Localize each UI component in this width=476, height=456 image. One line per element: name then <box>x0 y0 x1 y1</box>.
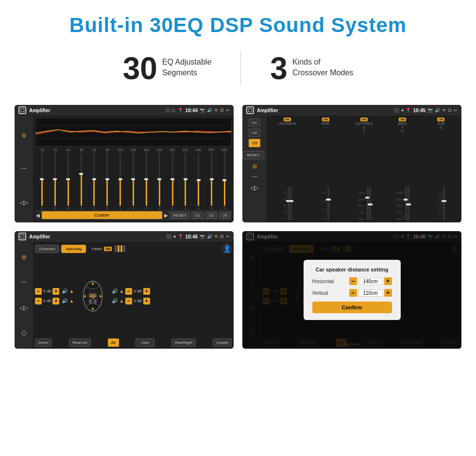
vertical-plus[interactable]: + <box>384 289 392 297</box>
freq-500: 500 <box>205 148 218 152</box>
vol-bl-minus[interactable]: − <box>35 298 42 304</box>
vol-icon-2: 🔊 <box>435 108 440 113</box>
cutfreq-label: CUT FREQ <box>356 122 373 125</box>
back-icon-2[interactable]: ↩ <box>454 108 458 113</box>
vol-icon-dsp[interactable]: ◁▷ <box>250 185 259 191</box>
window-icon-3[interactable]: ⊡ <box>220 234 224 239</box>
dsp-left-panel: U1 U2 U3 RESET ⚙ 〰 ◁▷ <box>242 116 267 222</box>
back-icon-3[interactable]: ↩ <box>226 234 230 239</box>
u1-preset[interactable]: U1 <box>249 118 260 127</box>
cutfreq-on[interactable]: ON <box>360 118 368 121</box>
user-btn[interactable]: User <box>136 338 154 347</box>
slider-1[interactable]: 0 <box>36 152 48 210</box>
slider-2[interactable]: 0 <box>49 152 61 210</box>
vertical-value: 110cm <box>358 289 383 297</box>
spec-wave-icon[interactable]: 〰 <box>21 279 27 286</box>
vol-br-minus[interactable]: − <box>125 298 132 304</box>
vol-tr: 🔊 ▲ − 0 dB + <box>112 288 150 295</box>
svg-marker-15 <box>84 295 86 297</box>
close-icon-3[interactable]: ✕ <box>214 234 218 239</box>
page-title: Built-in 30EQ DSP Sound System <box>10 14 466 37</box>
phat-on[interactable]: ON <box>322 118 329 121</box>
wave-icon-2[interactable]: 〰 <box>252 174 257 181</box>
slider-7[interactable]: 0 <box>114 152 126 210</box>
driver-btn[interactable]: Driver <box>35 338 52 347</box>
home-icon-3[interactable] <box>18 233 26 240</box>
prev-icon[interactable]: ◀ <box>36 213 40 218</box>
slider-9[interactable]: 0 <box>140 152 153 210</box>
copilot-btn[interactable]: Copilot <box>213 338 232 347</box>
rearleft-btn[interactable]: RearLeft <box>69 338 91 347</box>
reset-btn-2[interactable]: RESET <box>242 151 264 159</box>
crossover-number: 3 <box>270 53 288 84</box>
vol-tr-minus[interactable]: − <box>125 288 132 295</box>
horizontal-minus[interactable]: − <box>349 277 357 285</box>
vol-tr-plus[interactable]: + <box>143 288 150 295</box>
spec-bt-icon[interactable]: ⬡ <box>21 330 26 337</box>
close-icon-2[interactable]: ✕ <box>442 108 446 113</box>
slider-12[interactable]: 0 <box>179 152 191 210</box>
next-icon[interactable]: ▶ <box>164 213 168 218</box>
home-icon-1[interactable] <box>18 106 26 114</box>
spec-vol-icon[interactable]: ◁▷ <box>19 304 28 311</box>
slider-14[interactable]: 0 <box>205 152 218 210</box>
common-btn[interactable]: Common <box>35 245 59 253</box>
arrow-br: ▲ <box>119 298 124 304</box>
rearright-btn[interactable]: RearRight <box>171 338 196 347</box>
vol-tl-minus[interactable]: − <box>35 288 42 295</box>
slider-11[interactable]: 0 <box>167 152 179 210</box>
spec-sidebar: ⚙ 〰 ◁▷ ⬡ <box>15 242 33 349</box>
arrow-tl: ▲ <box>69 288 74 294</box>
slider-6[interactable]: 0 <box>101 152 113 210</box>
header: Built-in 30EQ DSP Sound System <box>0 0 476 42</box>
all-btn[interactable]: All <box>108 338 119 347</box>
slider-15[interactable]: -1 <box>219 152 231 210</box>
eq-vol-icon[interactable]: ◁▷ <box>19 199 28 206</box>
u1-btn-1[interactable]: U1 <box>191 212 203 219</box>
vol-bl-plus[interactable]: + <box>52 298 59 304</box>
eq-tune-icon[interactable]: ⚙ <box>21 132 27 139</box>
back-icon-1[interactable]: ↩ <box>226 108 230 113</box>
slider-8[interactable]: 0 <box>127 152 139 210</box>
confirm-button[interactable]: Confirm <box>312 302 392 313</box>
bass-on[interactable]: ON <box>399 118 406 121</box>
close-icon-1[interactable]: ✕ <box>214 108 218 113</box>
slider-3[interactable]: 0 <box>62 152 74 210</box>
status-icons-1: ⬛ ▷ 📍 10:44 📷 🔊 ✕ ⊡ ↩ <box>165 108 230 113</box>
slider-4[interactable]: 5 <box>75 152 87 210</box>
freq-125: 125 <box>127 148 140 152</box>
vertical-minus[interactable]: − <box>349 289 357 297</box>
dot-icon-3: ● <box>173 234 176 239</box>
custom-preset[interactable]: Custom <box>42 211 162 219</box>
eq-wave-icon[interactable]: 〰 <box>21 166 27 172</box>
reset-btn-1[interactable]: RESET <box>170 212 190 219</box>
spec-tune-icon[interactable]: ⚙ <box>21 254 27 261</box>
profile-icon-3[interactable]: 👤 <box>222 244 232 253</box>
dsp-body-2: U1 U2 U3 RESET ⚙ 〰 ◁▷ ON LOUDNESS <box>242 116 461 222</box>
tune-icon-2[interactable]: ⚙ <box>252 163 257 170</box>
vol-icon-1: 🔊 <box>207 108 212 113</box>
window-icon-2[interactable]: ⊡ <box>448 108 452 113</box>
specialty-btn[interactable]: Specialty <box>61 245 85 253</box>
eq-body-1: ⚙ 〰 ◁▷ <box>15 116 234 222</box>
u2-preset[interactable]: U2 <box>249 129 260 137</box>
u3-btn-1[interactable]: U3 <box>219 212 231 219</box>
sub-on[interactable]: ON <box>437 118 444 121</box>
vol-br-plus[interactable]: + <box>143 298 150 304</box>
vol-icon-3: 🔊 <box>207 234 212 239</box>
fader-on-badge[interactable]: ON <box>104 247 112 251</box>
horizontal-value: 140cm <box>358 278 383 285</box>
slider-13[interactable]: -1 <box>192 152 204 210</box>
svg-marker-16 <box>100 295 102 297</box>
home-icon-2[interactable] <box>246 106 254 114</box>
slider-5[interactable]: 0 <box>88 152 100 210</box>
loudness-on[interactable]: ON <box>284 118 291 121</box>
u2-btn-1[interactable]: U2 <box>205 212 217 219</box>
freq-25: 25 <box>36 148 49 152</box>
slider-10[interactable]: 0 <box>153 152 166 210</box>
horizontal-plus[interactable]: + <box>384 277 392 285</box>
window-icon-1[interactable]: ⊡ <box>220 108 224 113</box>
u3-preset[interactable]: U3 <box>249 139 260 147</box>
vol-tl-plus[interactable]: + <box>52 288 59 295</box>
eq-controls-1: ◀ Custom ▶ RESET U1 U2 U3 <box>35 210 232 220</box>
